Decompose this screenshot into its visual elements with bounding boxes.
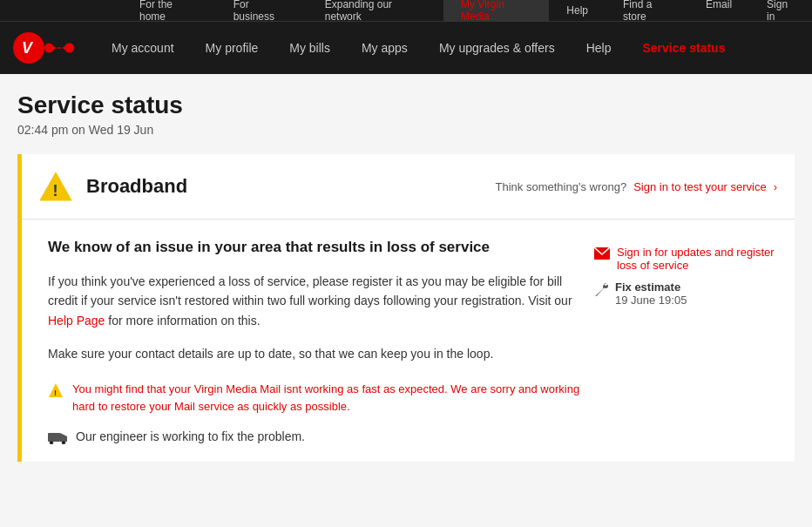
svg-text:!: ! (53, 182, 58, 199)
top-nav-for-business[interactable]: For business (216, 0, 308, 21)
svg-point-8 (50, 441, 53, 444)
status-card-body: We know of an issue in your area that re… (22, 220, 795, 462)
service-name: Broadband (86, 175, 496, 198)
warning-mail-row: ! You might find that your Virgin Media … (48, 381, 585, 415)
fix-estimate-row: Fix estimate 19 June 19:05 (594, 280, 777, 307)
nav-my-account[interactable]: My account (96, 22, 190, 74)
page-subtitle: 02:44 pm on Wed 19 Jun (17, 123, 795, 137)
status-card-header: ! Broadband Think something's wrong? Sig… (22, 154, 795, 220)
sign-in-test-link[interactable]: Sign in to test your service (633, 180, 766, 193)
wrench-icon (594, 282, 608, 296)
logo-area[interactable]: V (0, 24, 96, 72)
status-bottom: We know of an issue in your area that re… (48, 237, 777, 444)
nav-my-profile[interactable]: My profile (190, 22, 274, 74)
warning-mail-icon: ! (48, 382, 64, 398)
top-nav-find-store[interactable]: Find a store (606, 0, 688, 23)
main-header: V My account My profile My bills My apps… (0, 21, 812, 74)
nav-my-bills[interactable]: My bills (274, 22, 346, 74)
page-title: Service status (17, 91, 795, 119)
nav-help[interactable]: Help (571, 22, 627, 74)
sign-in-updates-link[interactable]: Sign in for updates and register loss of… (617, 246, 777, 272)
issue-description-1: If you think you've experienced a loss o… (48, 272, 585, 330)
svg-text:V: V (22, 39, 34, 57)
mail-icon (594, 247, 610, 260)
top-nav-email[interactable]: Email (688, 0, 749, 10)
contact-note: Make sure your contact details are up to… (48, 344, 585, 363)
nav-my-apps[interactable]: My apps (346, 22, 423, 74)
engineer-truck-icon (48, 429, 67, 444)
nav-service-status[interactable]: Service status (626, 22, 741, 74)
nav-upgrades-offers[interactable]: My upgrades & offers (423, 22, 571, 74)
warning-icon: ! (39, 170, 72, 203)
svg-point-9 (62, 441, 65, 444)
top-nav-help[interactable]: Help (549, 0, 606, 21)
svg-text:!: ! (54, 388, 57, 397)
svg-rect-6 (48, 433, 60, 442)
top-nav-sign-in[interactable]: Sign in (749, 0, 812, 23)
virgin-media-logo: V (13, 30, 83, 65)
status-right-panel: Sign in for updates and register loss of… (585, 237, 777, 307)
think-wrong-label: Think something's wrong? (496, 180, 627, 193)
fix-estimate-info: Fix estimate 19 June 19:05 (615, 280, 687, 307)
fix-estimate-date: 19 June 19:05 (615, 294, 687, 307)
fix-estimate-label: Fix estimate (615, 280, 687, 294)
status-left: We know of an issue in your area that re… (48, 237, 585, 444)
think-wrong-section: Think something's wrong? Sign in to test… (496, 180, 777, 193)
engineer-row: Our engineer is working to fix the probl… (48, 429, 585, 444)
top-nav-expanding[interactable]: Expanding our network (308, 0, 443, 21)
main-navigation: My account My profile My bills My apps M… (96, 22, 741, 74)
page-content: Service status 02:44 pm on Wed 19 Jun ! … (0, 74, 812, 479)
issue-title: We know of an issue in your area that re… (48, 237, 585, 258)
svg-marker-7 (60, 433, 67, 442)
sign-in-updates-row: Sign in for updates and register loss of… (594, 246, 777, 272)
help-page-link[interactable]: Help Page (48, 314, 105, 328)
top-nav-my-virgin-media[interactable]: My Virgin Media (443, 0, 549, 21)
warning-mail-text: You might find that your Virgin Media Ma… (72, 381, 585, 415)
top-navigation: For the home For business Expanding our … (0, 0, 812, 21)
engineer-text: Our engineer is working to fix the probl… (76, 429, 305, 443)
status-card: ! Broadband Think something's wrong? Sig… (17, 154, 795, 462)
top-nav-for-home[interactable]: For the home (122, 0, 216, 21)
chevron-right-icon: › (774, 180, 777, 193)
